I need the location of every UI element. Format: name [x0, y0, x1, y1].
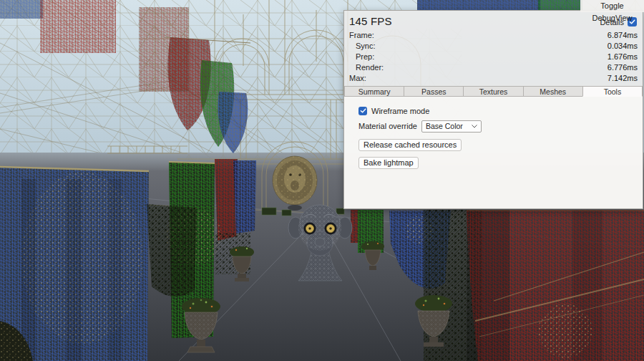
stat-label: Prep: [349, 52, 374, 61]
lower-curtains [215, 159, 256, 241]
stat-value: 1.676ms [608, 52, 638, 61]
tab-passes[interactable]: Passes [404, 86, 464, 97]
stats-list: Frame: 6.874ms Sync: 0.034ms Prep: 1.676… [344, 29, 643, 84]
stat-value: 0.034ms [608, 42, 638, 50]
stat-row-render: Render: 6.776ms [349, 62, 638, 73]
material-override-select[interactable]: Base Color [421, 120, 482, 133]
stat-label: Render: [349, 63, 384, 72]
tab-textures[interactable]: Textures [463, 86, 523, 97]
chevron-down-icon [472, 125, 477, 128]
material-override-label: Material override [358, 122, 417, 130]
wireframe-mode-label: Wireframe mode [371, 107, 429, 115]
debug-panel: 145 FPS Details Frame: 6.874ms Sync: 0.0… [343, 10, 643, 209]
stat-value: 7.142ms [608, 74, 638, 82]
stat-label: Sync: [349, 42, 376, 50]
wireframe-mode-checkbox[interactable] [358, 107, 367, 115]
tab-strip: Summary Passes Textures Meshes Tools [344, 86, 643, 97]
stat-label: Frame: [349, 31, 374, 39]
stat-row-max: Max: 7.142ms [349, 73, 638, 84]
bake-lightmap-button[interactable]: Bake lightmap [358, 157, 419, 169]
stat-value: 6.874ms [608, 31, 638, 39]
checkmark-icon [360, 107, 366, 114]
material-override-row: Material override Base Color [358, 120, 634, 133]
stat-row-frame: Frame: 6.874ms [349, 29, 638, 40]
material-override-value: Base Color [426, 122, 463, 130]
stat-row-sync: Sync: 0.034ms [349, 40, 638, 51]
wireframe-mode-row: Wireframe mode [358, 107, 634, 115]
stat-value: 6.776ms [608, 63, 638, 72]
stat-label: Max: [349, 74, 366, 82]
tools-tab-content: Wireframe mode Material override Base Co… [344, 97, 643, 208]
release-cached-resources-button[interactable]: Release cached resources [358, 139, 462, 151]
stat-row-prep: Prep: 1.676ms [349, 51, 638, 62]
tab-meshes[interactable]: Meshes [523, 86, 583, 97]
right-red-curtain [467, 210, 644, 361]
fps-counter: 145 FPS [349, 15, 392, 27]
tab-tools[interactable]: Tools [582, 86, 643, 97]
toggle-debugview-button[interactable]: Toggle DebugView [580, 0, 644, 12]
left-blue-curtain [0, 167, 149, 361]
tab-summary[interactable]: Summary [344, 86, 404, 97]
